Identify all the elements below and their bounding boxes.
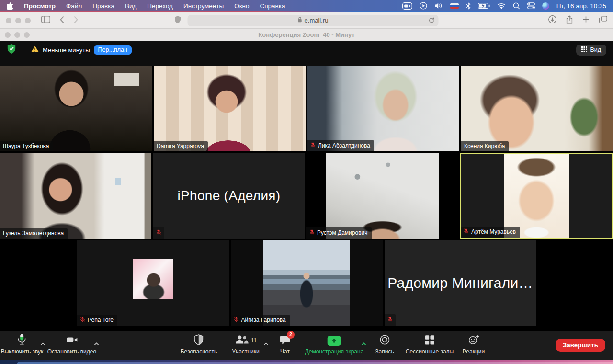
participants-options-caret[interactable] (263, 339, 269, 348)
video-tile[interactable]: Гузель Замалетдинова (0, 153, 151, 239)
menu-app-name[interactable]: Просмотр (24, 2, 56, 10)
menu-help[interactable]: Справка (260, 2, 285, 10)
keyboard-layout-flag-ru-icon[interactable] (450, 3, 459, 9)
zoom-minimize-button[interactable] (14, 32, 20, 38)
downloads-icon[interactable] (548, 15, 556, 25)
wifi-icon[interactable] (497, 3, 506, 9)
participant-name: Ксения Кирюба (464, 143, 505, 149)
participant-big-name: iPhone (Аделия) (153, 153, 305, 239)
participant-name: Гузель Замалетдинова (3, 230, 64, 237)
sidebar-icon[interactable] (41, 16, 50, 25)
video-tile[interactable]: Рустэм Дамирович (306, 153, 458, 239)
forward-button[interactable] (74, 16, 78, 25)
control-center-icon[interactable] (527, 2, 535, 9)
menu-view[interactable]: Вид (125, 2, 136, 10)
participant-name-tag: Айгиза Гарипова (231, 315, 290, 326)
video-tile[interactable]: Pena Tore (77, 240, 229, 326)
address-url: e.mail.ru (305, 17, 329, 24)
share-options-caret[interactable] (361, 339, 366, 348)
new-tab-icon[interactable] (582, 16, 590, 25)
meeting-toolbar: Выключить звук Остановить видео Безопасн… (0, 331, 613, 360)
stop-video-button[interactable]: Остановить видео (47, 334, 96, 355)
end-meeting-button[interactable]: Завершить (556, 339, 605, 352)
breakout-rooms-button[interactable]: Сессионные залы (406, 334, 454, 355)
close-window-button[interactable] (6, 18, 11, 23)
chat-unread-badge: 2 (287, 331, 295, 339)
chat-bubble-icon (279, 339, 291, 347)
chat-button[interactable]: 2 Чат (279, 334, 291, 355)
video-tile[interactable]: Ксения Кирюба (461, 66, 613, 151)
stop-video-label: Остановить видео (47, 348, 96, 355)
participant-name: Рустэм Дамирович (317, 229, 368, 236)
video-feed (504, 154, 569, 238)
video-tile[interactable]: Лика Абзалтдинова (307, 66, 459, 151)
volume-icon[interactable] (434, 2, 443, 9)
zoom-window-button[interactable] (25, 18, 31, 23)
minimize-window-button[interactable] (15, 18, 21, 23)
record-button[interactable]: Запись (375, 334, 394, 355)
video-tile[interactable]: Damira Yapparova (154, 66, 306, 151)
muted-mic-icon (310, 142, 316, 149)
breakout-rooms-icon (424, 334, 436, 348)
safari-toolbar: e.mail.ru (0, 12, 613, 29)
zoom-fullscreen-button[interactable] (24, 32, 30, 38)
mute-label: Выключить звук (1, 348, 44, 355)
menu-clock[interactable]: Пт, 16 апр. 10:35 (556, 2, 606, 10)
video-tile-active-speaker[interactable]: Артём Муравьев (460, 153, 613, 239)
security-button[interactable]: Безопасность (181, 334, 217, 355)
back-button[interactable] (60, 16, 64, 25)
video-options-caret[interactable] (94, 339, 99, 348)
spotlight-search-icon[interactable] (513, 2, 520, 10)
encryption-shield-icon[interactable] (7, 44, 16, 56)
mute-button[interactable]: Выключить звук (1, 334, 44, 355)
bluetooth-icon[interactable] (466, 2, 471, 10)
security-shield-icon (193, 334, 204, 348)
video-status-icon[interactable] (402, 2, 412, 10)
participant-name-tag: Лика Абзалтдинова (307, 140, 374, 151)
muted-mic-icon (309, 229, 315, 237)
grid-toolbar-gap (0, 326, 613, 331)
menu-edit[interactable]: Правка (92, 2, 114, 10)
muted-mic-icon (80, 316, 85, 324)
video-tile[interactable]: iPhone (Аделия) (153, 153, 305, 239)
desktop-wallpaper-strip (0, 360, 613, 364)
tab-overview-icon[interactable] (599, 16, 607, 25)
microphone-icon (17, 334, 27, 348)
siri-icon[interactable] (542, 2, 549, 10)
upgrade-plan-button[interactable]: Пер...план (94, 46, 132, 55)
share-screen-icon (328, 336, 341, 346)
participant-name-tag: Ксения Кирюба (461, 141, 509, 151)
participant-name-tag: Артём Муравьев (461, 227, 520, 238)
address-bar[interactable]: e.mail.ru (188, 15, 439, 26)
record-icon (379, 334, 390, 348)
battery-icon[interactable] (478, 3, 490, 9)
zoom-window-title: Конференция Zoom 40 - Минут (258, 31, 354, 38)
participant-big-name: Радомир Минигали… (385, 240, 536, 326)
play-status-icon[interactable] (420, 2, 427, 10)
menu-file[interactable]: Файл (66, 2, 82, 10)
video-tile[interactable]: Айгиза Гарипова (231, 240, 383, 326)
video-tile[interactable]: Радомир Минигали… (385, 240, 536, 326)
share-icon[interactable] (566, 15, 573, 26)
participants-button[interactable]: 11 Участники (232, 334, 259, 355)
record-label: Запись (375, 348, 394, 355)
mute-options-caret[interactable] (40, 339, 45, 348)
tls-lock-icon (298, 17, 302, 24)
window-controls[interactable] (6, 18, 31, 23)
muted-mic-icon (156, 229, 161, 237)
share-screen-button[interactable]: Демонстрация экрана (305, 334, 364, 355)
menu-go[interactable]: Переход (147, 2, 173, 10)
menu-window[interactable]: Окно (234, 2, 249, 10)
reload-icon[interactable] (429, 17, 435, 25)
meeting-topbar: Меньше минуты Пер...план Вид (0, 41, 613, 58)
privacy-shield-icon[interactable] (175, 16, 181, 25)
zoom-close-button[interactable] (5, 32, 11, 38)
video-tile[interactable]: Шаура Тузбекова (0, 66, 152, 151)
view-button[interactable]: Вид (576, 45, 606, 56)
reactions-button[interactable]: Реакции (463, 334, 485, 355)
apple-menu-icon[interactable] (7, 2, 13, 10)
participant-name: Артём Муравьев (471, 228, 516, 235)
participants-count: 11 (251, 337, 257, 344)
menu-tools[interactable]: Инструменты (183, 2, 224, 10)
time-remaining-warning: Меньше минуты (43, 46, 90, 54)
